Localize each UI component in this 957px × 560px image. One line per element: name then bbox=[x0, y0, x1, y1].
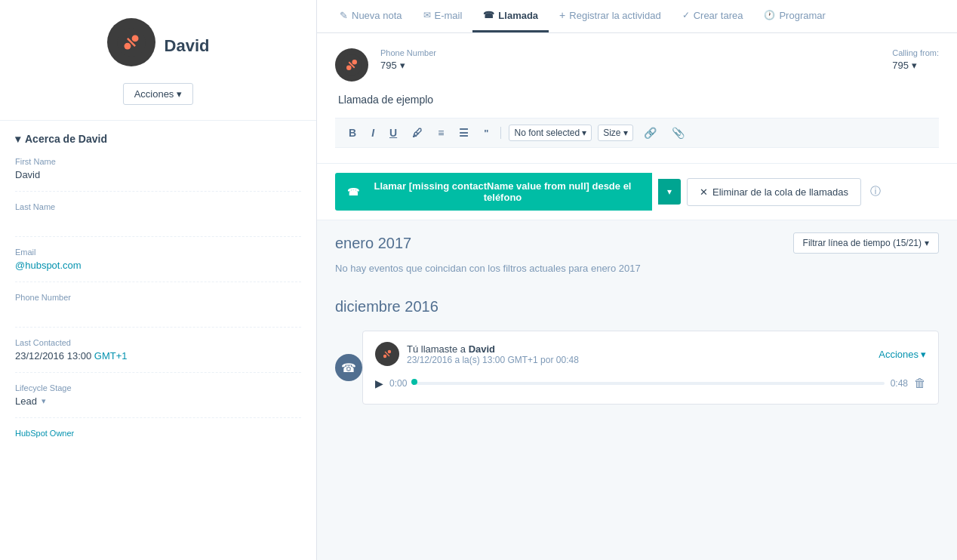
tab-nueva-nota[interactable]: ✎ Nueva nota bbox=[329, 1, 413, 32]
call-timeline-dot: ☎ bbox=[335, 354, 362, 381]
last-contacted-field: Last Contacted 23/12/2016 13:00 GMT+1 bbox=[15, 338, 301, 373]
size-selector[interactable]: Size ▾ bbox=[598, 125, 632, 141]
svg-point-11 bbox=[383, 355, 386, 358]
timeline-entry-call: ☎ Tú bbox=[317, 322, 957, 414]
quote-button[interactable]: " bbox=[479, 125, 493, 141]
lifecycle-dropdown[interactable]: ▾ bbox=[42, 396, 46, 406]
call-card-avatar bbox=[375, 342, 399, 366]
lifecycle-value: Lead bbox=[15, 395, 37, 407]
last-name-field: Last Name bbox=[15, 202, 301, 237]
size-dropdown-arrow: ▾ bbox=[623, 128, 628, 138]
call-icon: ☎ bbox=[483, 10, 494, 20]
contact-name: David bbox=[165, 36, 210, 56]
actions-button[interactable]: Acciones ▾ bbox=[123, 83, 194, 105]
left-panel: David Acciones ▾ ▾ Acerca de David First… bbox=[0, 0, 317, 560]
call-card-actions[interactable]: Acciones ▾ bbox=[879, 349, 926, 360]
play-button[interactable]: ▶ bbox=[375, 377, 383, 389]
tab-registrar[interactable]: + Registrar la actividad bbox=[549, 0, 672, 32]
highlight-button[interactable]: 🖊 bbox=[408, 125, 427, 141]
delete-audio-icon[interactable]: 🗑 bbox=[914, 377, 926, 390]
contact-avatar bbox=[107, 18, 155, 66]
call-avatar bbox=[335, 48, 368, 82]
month-header-enero: enero 2017 Filtrar línea de tiempo (15/2… bbox=[317, 220, 957, 260]
toolbar-divider-1 bbox=[500, 127, 501, 139]
phone-number-dropdown[interactable]: 795 ▾ bbox=[380, 60, 436, 71]
call-button-dropdown[interactable]: ▾ bbox=[658, 179, 681, 205]
lifecycle-field: Lifecycle Stage Lead ▾ bbox=[15, 383, 301, 418]
calling-from-dropdown[interactable]: 795 ▾ bbox=[892, 60, 939, 71]
audio-progress-fill bbox=[413, 382, 414, 385]
font-selector[interactable]: No font selected ▾ bbox=[509, 125, 592, 141]
svg-point-6 bbox=[352, 60, 357, 65]
svg-point-2 bbox=[124, 43, 131, 50]
tab-programar[interactable]: 🕐 Programar bbox=[753, 1, 835, 32]
svg-point-4 bbox=[134, 37, 137, 40]
call-top: Phone Number 795 ▾ Calling from: 795 ▾ bbox=[335, 48, 939, 82]
tabs-bar: ✎ Nueva nota ✉ E-mail ☎ Llamada + Regist… bbox=[317, 0, 957, 33]
bold-button[interactable]: B bbox=[344, 125, 361, 141]
filter-dropdown-arrow: ▾ bbox=[925, 238, 929, 248]
call-phone-icon: ☎ bbox=[347, 186, 359, 198]
underline-button[interactable]: U bbox=[385, 125, 402, 141]
call-area: Phone Number 795 ▾ Calling from: 795 ▾ L… bbox=[317, 33, 957, 164]
check-icon: ✓ bbox=[682, 10, 690, 20]
phone-number-field: Phone Number 795 ▾ bbox=[380, 48, 436, 71]
call-action-bar: ☎ Llamar [missing contactName value from… bbox=[317, 164, 957, 220]
email-icon: ✉ bbox=[423, 10, 431, 20]
ordered-list-button[interactable]: ☰ bbox=[454, 125, 473, 141]
call-card: Tú llamaste a David 23/12/2016 a la(s) 1… bbox=[362, 331, 939, 405]
font-dropdown-arrow: ▾ bbox=[582, 128, 586, 138]
phone-dropdown-arrow: ▾ bbox=[400, 60, 405, 71]
phone-field: Phone Number bbox=[15, 293, 301, 328]
info-icon[interactable]: ⓘ bbox=[870, 185, 881, 198]
month-header-diciembre: diciembre 2016 bbox=[317, 286, 957, 322]
svg-point-7 bbox=[346, 65, 352, 70]
bullet-list-button[interactable]: ≡ bbox=[433, 125, 448, 141]
tab-crear-tarea[interactable]: ✓ Crear tarea bbox=[672, 1, 754, 32]
plus-icon: + bbox=[559, 9, 565, 21]
actions-arrow: ▾ bbox=[921, 349, 926, 360]
clock-icon: 🕐 bbox=[764, 10, 775, 20]
email-field: Email @hubspot.com bbox=[15, 248, 301, 282]
hubspot-owner-field: HubSpot Owner bbox=[15, 429, 301, 438]
calling-from-field: Calling from: 795 ▾ bbox=[892, 48, 939, 71]
svg-point-10 bbox=[388, 350, 391, 353]
close-icon: ✕ bbox=[700, 186, 708, 198]
about-section: ▾ Acerca de David First Name David Last … bbox=[0, 121, 316, 450]
timeline-filter-button[interactable]: Filtrar línea de tiempo (15/21) ▾ bbox=[793, 232, 939, 254]
italic-button[interactable]: I bbox=[367, 125, 379, 141]
about-section-title: Acerca de David bbox=[25, 133, 107, 145]
audio-progress-bar[interactable] bbox=[413, 382, 884, 385]
tab-llamada[interactable]: ☎ Llamada bbox=[472, 1, 549, 32]
call-button[interactable]: ☎ Llamar [missing contactName value from… bbox=[335, 173, 652, 211]
timeline-area: enero 2017 Filtrar línea de tiempo (15/2… bbox=[317, 220, 957, 560]
editor-toolbar: B I U 🖊 ≡ ☰ " No font selected ▾ Size ▾ … bbox=[335, 118, 939, 148]
remove-from-queue-button[interactable]: ✕ Eliminar de la cola de llamadas bbox=[687, 178, 861, 206]
calling-from-arrow: ▾ bbox=[912, 60, 917, 71]
about-section-header[interactable]: ▾ Acerca de David bbox=[15, 133, 301, 145]
contact-header: David Acciones ▾ bbox=[0, 0, 316, 121]
audio-player: ▶ 0:00 0:48 🗑 bbox=[375, 374, 926, 393]
first-name-field: First Name David bbox=[15, 157, 301, 192]
attachment-button[interactable]: 📎 bbox=[667, 125, 689, 141]
right-panel: ✎ Nueva nota ✉ E-mail ☎ Llamada + Regist… bbox=[317, 0, 957, 560]
tab-email[interactable]: ✉ E-mail bbox=[413, 1, 473, 32]
note-icon: ✎ bbox=[340, 10, 348, 21]
call-note: Llamada de ejemplo bbox=[335, 94, 939, 106]
link-button[interactable]: 🔗 bbox=[639, 125, 661, 141]
